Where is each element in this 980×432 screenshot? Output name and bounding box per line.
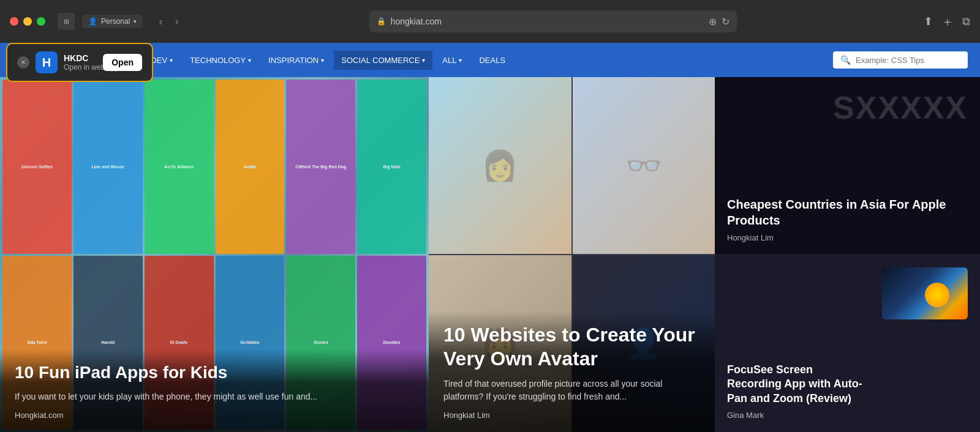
- article-author-avatar: Hongkiat Lim: [443, 411, 700, 420]
- thumbnail-sun: [925, 283, 949, 307]
- app-letter: H: [42, 56, 51, 70]
- article-card-apple[interactable]: SXXXXX Cheapest Countries in Asia For Ap…: [715, 77, 980, 255]
- profile-tab[interactable]: 👤 Personal ▾: [82, 15, 143, 28]
- chevron-social-icon: ▾: [422, 57, 425, 64]
- app-icon: H: [36, 51, 58, 73]
- avatar-cell-2: 👓: [573, 77, 715, 254]
- traffic-lights: [10, 17, 45, 26]
- article-title-avatar: 10 Websites to Create Your Very Own Avat…: [443, 323, 700, 370]
- app-popup-notification: × H HKDC Open in web app Open: [6, 43, 153, 82]
- article-title-ipad: 10 Fun iPad Apps for Kids: [15, 362, 414, 383]
- avatar-icon-1: 👩: [429, 77, 571, 254]
- article-title-focusee: FocuSee Screen Recording App with Auto-P…: [727, 363, 968, 406]
- chevron-design-icon: ▾: [170, 57, 173, 64]
- nav-item-social-commerce[interactable]: SOCIAL COMMERCE ▾: [334, 51, 432, 70]
- article-author-ipad: Hongkiat.com: [15, 411, 414, 420]
- search-input[interactable]: [856, 56, 960, 65]
- new-tab-icon[interactable]: ＋: [941, 13, 954, 30]
- minimize-traffic-light[interactable]: [23, 17, 32, 26]
- tab-switcher-icon[interactable]: ⊞: [58, 13, 75, 30]
- chevron-all-icon: ▾: [459, 57, 462, 64]
- article-excerpt-ipad: If you want to let your kids play with t…: [15, 390, 414, 403]
- address-bar-area: 🔒 hongkiat.com ⊕ ↻: [189, 10, 916, 32]
- book-cover-4: Audio: [216, 80, 285, 254]
- content-grid: Unicorn Selfies Linn and Mouse An Or All…: [0, 77, 980, 432]
- browser-actions: ⬆ ＋ ⧉: [924, 13, 970, 30]
- profile-label: Personal: [101, 17, 130, 26]
- lock-icon: 🔒: [377, 17, 386, 26]
- article-card-ipad[interactable]: Unicorn Selfies Linn and Mouse An Or All…: [0, 77, 429, 432]
- browser-navigation: ‹ ›: [155, 13, 182, 31]
- article-title-apple: Cheapest Countries in Asia For Apple Pro…: [727, 196, 968, 228]
- avatar-cell-1: 👩: [429, 77, 571, 254]
- article-overlay-center: 10 Websites to Create Your Very Own Avat…: [429, 311, 715, 432]
- share-icon[interactable]: ⬆: [924, 15, 933, 28]
- browser-chrome: ⊞ 👤 Personal ▾ ‹ › 🔒 hongkiat.com ⊕ ↻ ⬆ …: [0, 0, 980, 43]
- site-wrapper: HONGKIAT DESIGN / DEV ▾ TECHNOLOGY ▾ INS…: [0, 43, 980, 432]
- address-bar[interactable]: 🔒 hongkiat.com ⊕ ↻: [369, 10, 737, 32]
- article-card-avatar[interactable]: 👩 👓 🧑 👤 10 Websites to Create Your Very …: [429, 77, 715, 432]
- nav-label-deals: DEALS: [479, 56, 505, 65]
- right-column: SXXXXX Cheapest Countries in Asia For Ap…: [715, 77, 980, 432]
- nav-label-technology: TECHNOLOGY: [190, 56, 246, 65]
- back-button[interactable]: ‹: [155, 13, 166, 31]
- avatar-icon-2: 👓: [573, 77, 715, 254]
- nav-label-all: ALL: [442, 56, 456, 65]
- nav-label-inspiration: INSPIRATION: [268, 56, 318, 65]
- close-traffic-light[interactable]: [10, 17, 18, 26]
- nav-items: DESIGN / DEV ▾ TECHNOLOGY ▾ INSPIRATION …: [107, 51, 833, 70]
- profile-icon: 👤: [88, 17, 97, 26]
- book-cover-2: Linn and Mouse: [74, 80, 143, 254]
- nav-item-technology[interactable]: TECHNOLOGY ▾: [183, 51, 258, 70]
- book-cover-5: Clifford The Big Red Dog: [286, 80, 355, 254]
- popup-close-button[interactable]: ×: [17, 56, 29, 69]
- article-overlay-left: 10 Fun iPad Apps for Kids If you want to…: [0, 350, 429, 432]
- sidebar-icon[interactable]: ⧉: [962, 15, 970, 28]
- nav-item-inspiration[interactable]: INSPIRATION ▾: [261, 51, 331, 70]
- chevron-inspiration-icon: ▾: [321, 57, 324, 64]
- book-cover-1: Unicorn Selfies: [2, 80, 72, 254]
- chevron-down-icon: ▾: [134, 18, 137, 24]
- open-app-button[interactable]: Open: [103, 54, 142, 71]
- nav-label-social-commerce: SOCIAL COMMERCE: [341, 56, 420, 65]
- nav-search-box[interactable]: 🔍: [833, 51, 968, 69]
- book-cover-3: An Or Alliance: [145, 80, 214, 254]
- search-icon: 🔍: [840, 55, 851, 65]
- maximize-traffic-light[interactable]: [37, 17, 45, 26]
- translate-icon: ⊕: [709, 16, 717, 28]
- chevron-technology-icon: ▾: [248, 57, 251, 64]
- article-card-focusee[interactable]: FocuSee Screen Recording App with Auto-P…: [715, 255, 980, 433]
- article-author-focusee: Gina Mark: [727, 411, 968, 420]
- nav-item-all[interactable]: ALL ▾: [435, 51, 469, 70]
- watermark-text: SXXXXX: [833, 89, 968, 126]
- url-text: hongkiat.com: [391, 17, 442, 26]
- article-excerpt-avatar: Tired of that overused profile picture a…: [443, 378, 700, 403]
- article-thumbnail-focusee: [882, 267, 968, 319]
- book-cover-6: Big Nate: [357, 80, 426, 254]
- nav-item-deals[interactable]: DEALS: [472, 51, 513, 70]
- refresh-icon[interactable]: ↻: [722, 16, 729, 28]
- close-icon: ×: [21, 58, 25, 67]
- forward-button[interactable]: ›: [171, 13, 182, 31]
- article-author-apple: Hongkiat Lim: [727, 233, 968, 242]
- thumbnail-gradient: [882, 267, 968, 319]
